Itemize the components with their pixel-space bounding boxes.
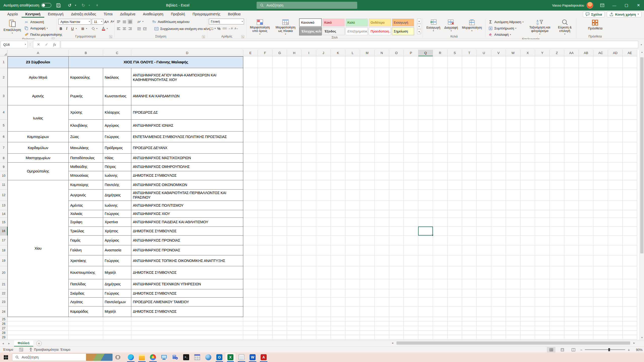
hscroll-right-icon[interactable]: ▸ [631,341,637,345]
cell-C12[interactable]: Δημήτριος [103,190,131,201]
delete-cells-button[interactable]: Διαγραφή▾ [442,19,460,33]
cell-C13[interactable]: Ιωάννης [103,201,131,210]
cell-B21[interactable]: Πατελίδας [69,279,103,289]
cell-C22[interactable]: Γεώργιος [103,289,131,298]
row-header-4[interactable]: 4 [0,105,8,120]
add-sheet-button[interactable]: + [36,341,42,346]
row-header-8[interactable]: 8 [0,154,8,163]
cell-A3[interactable]: Αμανής [8,87,69,105]
start-button[interactable] [0,352,12,362]
row-header-16[interactable]: 16 [0,227,8,236]
cell-D17[interactable]: ΑΝΤΙΔΗΜΑΡΧΟΣ ΠΡΟΝΟΙΑΣ [131,236,243,245]
shrink-font-icon[interactable]: A˅ [110,19,115,24]
avatar[interactable] [587,2,593,9]
cell-D14[interactable]: ΑΝΤΙΔΗΜΑΡΧΟΣ ΧΙΟΥ [131,210,243,218]
cell-B8[interactable]: Παπαδόπουλος [69,154,103,163]
gallery-more-icon[interactable]: ▼̲ [417,29,421,34]
column-header-D[interactable]: D [131,50,243,56]
cell-C24[interactable]: Μιχαήλ [103,306,131,317]
column-header-M[interactable]: M [360,50,375,56]
cell-A7[interactable]: Καρδαμύλων [8,142,69,154]
row-header-11[interactable]: 11 [0,180,8,190]
taskbar-app-acrobat[interactable]: A [258,352,269,362]
cell-D6[interactable]: ΕΝΤΕΤΑΛΜΕΝΟΣ ΣΥΜΒΟΥΛΟΣ ΠΟΛΙΤΙΚΗΣ ΠΡΟΣΤΑΣ… [131,131,243,142]
namebox-resize-handle[interactable]: ⋮ [29,43,32,46]
undo-chevron-icon[interactable]: ▾ [75,4,76,7]
toggle-track[interactable] [41,3,51,8]
column-header-V[interactable]: V [491,50,506,56]
font-dialog-launcher-icon[interactable]: ↘ [109,35,112,38]
taskbar-app-word[interactable]: W [247,352,258,362]
insert-function-icon[interactable]: fx [51,41,58,48]
taskbar-search[interactable]: Αναζήτηση [12,353,113,361]
cell-D24[interactable]: ΔΗΜΟΤΙΚΟΣ ΣΥΜΒΟΥΛΟΣ [131,306,243,317]
accessibility-status[interactable]: Προσβασιμότητα: Έτοιμο [26,348,73,351]
cell-B10[interactable]: Μπουσέκας [69,171,103,180]
search-highlight-image[interactable] [86,354,112,361]
cell-B22[interactable]: Σκόρδιας [69,289,103,298]
cell-B23[interactable]: Λεγάτος [69,298,103,306]
column-header-E[interactable]: E [243,50,258,56]
row-header-25[interactable]: 25 [0,317,8,322]
cell-C23[interactable]: Παντελεήμων [103,298,131,306]
column-header-AC[interactable]: AC [593,50,608,56]
cell-B9[interactable]: Μαθιούδης [69,163,103,171]
align-left-icon[interactable] [116,26,121,31]
font-name-select[interactable]: Aptos Narrow▾ [58,19,91,25]
row-header-13[interactable]: 13 [0,201,8,210]
column-header-X[interactable]: X [520,50,535,56]
cell-A8[interactable]: Μαστιχοχωρίων [8,154,69,163]
sort-filter-button[interactable]: AΩ Ταξινόμηση και φιλτράρισμα▾ [527,19,552,36]
column-header-C[interactable]: C [103,50,131,56]
row-header-5[interactable]: 5 [0,120,8,131]
format-as-table-button[interactable]: Μορφοποίηση ως πίνακα▾ [274,19,297,36]
row-header-7[interactable]: 7 [0,142,8,154]
cell-C21[interactable]: Δημήτριος [103,279,131,289]
user-name[interactable]: Vasso Papadopoulou [552,4,584,7]
cell-style-chip[interactable]: Προειδοποιη... [369,27,391,35]
cell-D12[interactable]: ΑΝΤΙΔΗΜΑΡΧΟΣ ΚΑΘΑΡΙΟΤΗΤΑΣ-ΠΕΡΙΒΑΛΛΟΝΤΟΣ … [131,190,243,201]
increase-decimal-icon[interactable]: ←.0 [228,26,233,31]
align-bottom-icon[interactable] [128,19,133,24]
column-header-G[interactable]: G [272,50,287,56]
cell-B17[interactable]: Γιαμάς [69,236,103,245]
comments-button[interactable]: Σχόλια [583,11,605,17]
ribbon-tab-0[interactable]: Αρχείο [4,11,22,18]
fill-button[interactable]: Συμπλήρωση▾ [487,25,525,31]
ribbon-tab-7[interactable]: Προβολή [167,11,189,18]
column-header-S[interactable]: S [448,50,462,56]
taskbar-app-file-explorer[interactable] [136,352,147,362]
row-header-27[interactable]: 27 [0,326,8,331]
ribbon-display-options-icon[interactable] [597,0,608,11]
cell-style-chip[interactable]: Εισαγωγή [392,19,414,26]
select-all-corner[interactable] [0,50,8,56]
zoom-level[interactable]: 90% [632,348,642,352]
cell-C11[interactable]: Παντελής [103,180,131,190]
horizontal-scrollbar[interactable]: ◂ ▸ [389,340,637,345]
number-dialog-launcher-icon[interactable]: ↘ [241,35,244,38]
ribbon-tab-6[interactable]: Αναθεώρηση [139,11,167,18]
percent-style-icon[interactable]: % [216,26,221,31]
autosave-toggle[interactable]: Αυτόματη αποθήκευση [4,3,51,8]
cell-style-chip[interactable]: Καλό [346,19,368,26]
align-top-icon[interactable] [116,19,121,24]
task-view-button[interactable] [113,352,124,362]
paste-button[interactable]: Επικόλληση▾ [2,19,23,35]
cell-A11[interactable]: Χίου [8,180,69,317]
cell-C17[interactable]: Αργύριος [103,236,131,245]
cell-A1[interactable]: 23 Σύμβουλοι [8,56,69,68]
column-header-N[interactable]: N [375,50,389,56]
taskbar-app-edge[interactable] [125,352,136,362]
align-right-icon[interactable] [128,26,133,31]
cell-D2[interactable]: ΑΝΤΙΔΗΜΑΡΧΟΣ ΑΓΙΟΥ ΜΗΝΑ-ΚΑΜΠΟΧΩΡΩΝ ΚΑΙ Κ… [131,68,243,87]
sheet-prev-icon[interactable]: ◂ [0,342,6,345]
ribbon-tab-8[interactable]: Προγραμματιστής [189,11,224,18]
cell-A6[interactable]: Καμποχώρων [8,131,69,142]
restore-button[interactable]: ▢ [621,0,632,11]
cell-B11[interactable]: Καμπούρης [69,180,103,190]
row-header-18[interactable]: 18 [0,245,8,255]
minimize-button[interactable]: — [609,0,620,11]
gallery-up-icon[interactable]: ▲ [417,19,421,24]
column-header-Z[interactable]: Z [550,50,564,56]
conditional-formatting-button[interactable]: Μορφοποίηση υπό όρους▾ [248,19,272,36]
